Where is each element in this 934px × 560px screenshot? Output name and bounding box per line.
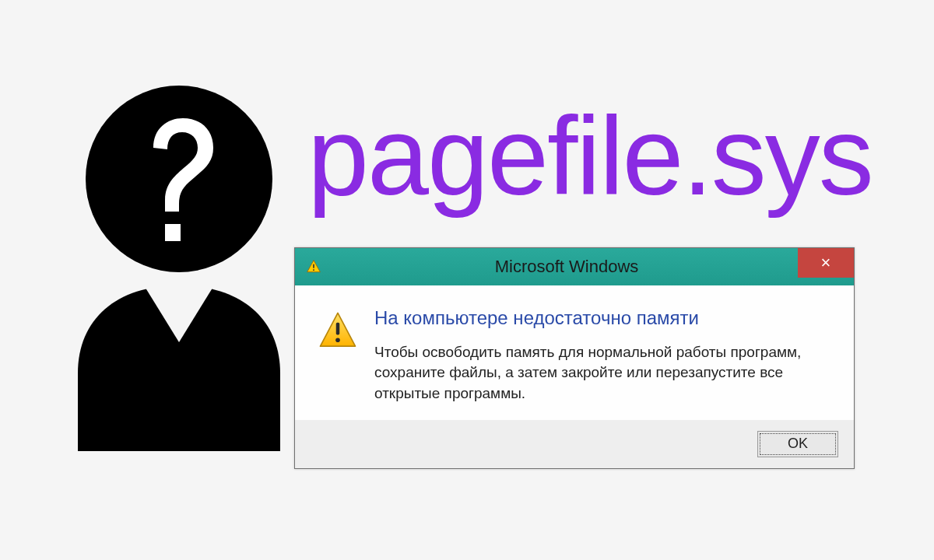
question-person-icon bbox=[54, 78, 304, 451]
svg-rect-4 bbox=[336, 323, 340, 335]
message-area: На компьютере недостаточно памяти Чтобы … bbox=[374, 307, 832, 404]
svg-point-5 bbox=[335, 338, 340, 342]
close-icon: × bbox=[821, 253, 831, 273]
close-button[interactable]: × bbox=[798, 248, 854, 278]
dialog-footer: OK bbox=[295, 420, 854, 468]
page-title: pagefile.sys bbox=[307, 101, 873, 212]
warning-icon bbox=[317, 310, 359, 352]
dialog-title: Microsoft Windows bbox=[279, 257, 854, 277]
svg-rect-1 bbox=[165, 224, 181, 241]
memory-warning-dialog: Microsoft Windows × На компьютере недост… bbox=[294, 247, 855, 469]
ok-button[interactable]: OK bbox=[757, 431, 838, 457]
message-heading: На компьютере недостаточно памяти bbox=[374, 307, 832, 330]
dialog-titlebar: Microsoft Windows × bbox=[295, 248, 854, 285]
dialog-body: На компьютере недостаточно памяти Чтобы … bbox=[295, 285, 854, 420]
message-text: Чтобы освободить память для нормальной р… bbox=[374, 342, 832, 404]
